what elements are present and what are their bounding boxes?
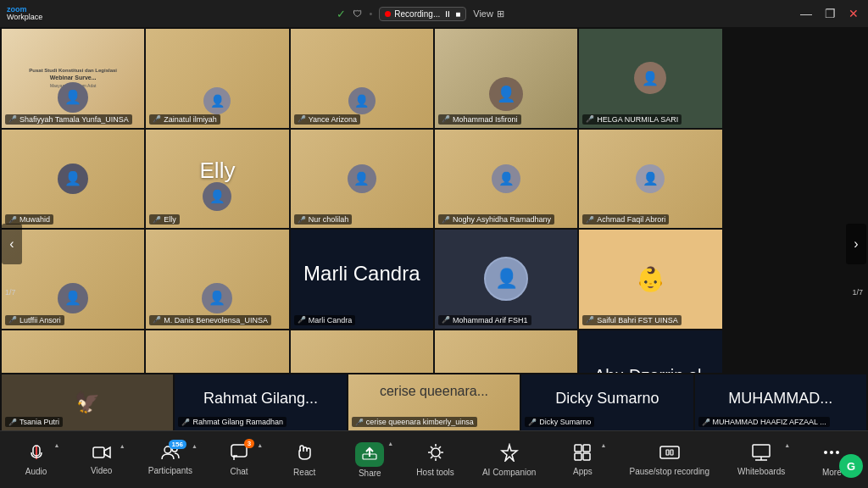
video-cell-noghy[interactable]: 👤 🎤 Noghy Asyhidha Ramadhany [435,130,577,229]
nav-aicompanion[interactable]: AI Companion [476,440,542,480]
nav-audio[interactable]: Audio [11,441,62,480]
view-button[interactable]: View ⊞ [473,8,504,19]
more-label: More [822,468,842,477]
hosttools-label: Host tools [416,468,453,477]
svg-marker-8 [502,445,517,461]
video-cell-tsania[interactable]: 🦅 🎤 Tsania Putri [2,374,173,430]
svg-rect-14 [666,450,669,455]
video-cell-arif[interactable]: 👤 🎤 Mohammad Arif FSH1 [435,230,577,329]
mic-icon: 🎤 [153,316,161,324]
svg-rect-16 [753,445,770,457]
svg-point-19 [824,451,827,454]
mic-icon: 🎤 [442,216,450,224]
hosttools-icon [427,443,444,466]
participant-name-label: Muwahid [19,215,50,224]
video-cell-nur[interactable]: 👤 🎤 Nur cholilah [291,130,433,229]
svg-point-20 [830,451,833,454]
pause-btn[interactable]: ⏸ [443,9,452,19]
nav-pause-recording[interactable]: Pause/stop recording [622,441,716,480]
participants-label: Participants [148,466,192,475]
video-cell-cerise[interactable]: cerise queenara... 🎤 cerise queenara kim… [348,374,520,430]
participant-name-label: Shafiyyah Tamala Yunfa_UINSA [19,115,129,124]
nav-participants[interactable]: 156 Participants [142,441,199,479]
shield-check: 🛡 [353,8,362,19]
video-cell-shafiyyah[interactable]: Pusat Studi Konstitusi dan Legislasi Web… [2,29,144,128]
mic-icon: 🎤 [298,316,306,324]
video-cell-rahmat[interactable]: Rahmat Gilang... 🎤 Rahmat Gilang Ramadha… [175,374,346,430]
mic-icon: 🎤 [586,316,594,324]
grammarly-icon[interactable]: G [839,454,863,478]
title-bar-left: zoom Workplace [7,6,42,21]
video-cell-yance[interactable]: 👤 🎤 Yance Arizona [291,29,433,128]
participant-name-label: M. Danis Benevolensa_UINSA [164,316,268,324]
nav-chat[interactable]: 3 Chat [214,441,264,480]
svg-rect-12 [583,453,590,460]
pause-recording-label: Pause/stop recording [629,467,709,476]
mic-icon: 🎤 [153,115,161,123]
video-cell-muhammad[interactable]: MUHAMMAD... 🎤 MUHAMMAD HAAFIZ AFZAAL ... [695,374,866,430]
react-label: React [293,468,315,477]
participant-name-label: Noghy Asyhidha Ramadhany [453,215,551,224]
video-cell-lutfii[interactable]: 👤 🎤 Lutffii Ansori [2,230,144,329]
video-cell-empty-2 [724,130,866,229]
prev-page-arrow[interactable]: ‹ [2,224,22,264]
title-bar-center: ✓ 🛡 • Recording... ⏸ ■ View ⊞ [337,7,504,21]
whiteboards-label: Whiteboards [737,467,785,476]
video-grid: Pusat Studi Konstitusi dan Legislasi Web… [0,27,868,430]
mic-icon: 🎤 [8,216,17,224]
participants-icon: 156 [161,445,180,464]
chat-label: Chat [231,467,248,476]
participant-name-label: Mohammad Arif FSH1 [453,316,528,324]
svg-rect-2 [93,447,104,458]
apps-icon [574,444,591,465]
video-cell-dicky[interactable]: Dicky Sumarno 🎤 Dicky Sumarno [521,374,693,430]
audio-label: Audio [25,467,47,476]
video-cell-zainatul[interactable]: 👤 🎤 Zainatul ilmiyah [146,29,288,128]
video-cell-achmad[interactable]: 👤 🎤 Achmad Faqil Abrori [579,130,721,229]
minimize-button[interactable]: — [798,7,814,20]
svg-rect-13 [660,446,679,458]
mic-icon: 🎤 [586,115,594,123]
participant-name-label: Mohammad Isfironi [453,115,518,124]
participant-name-label: Tsania Putri [19,418,59,426]
nav-whiteboards[interactable]: Whiteboards [731,441,792,480]
participant-name-label: Achmad Faqil Abrori [597,215,665,224]
nav-react[interactable]: React [279,440,330,480]
next-page-arrow[interactable]: › [846,224,866,264]
dot-separator: • [369,8,372,19]
participant-name-label: MUHAMMAD HAAFIZ AFZAAL ... [713,418,826,426]
mic-icon: 🎤 [702,419,710,426]
mic-icon: 🎤 [181,419,190,426]
nav-bar: Audio Video 156 Participants [0,430,868,488]
title-bar: zoom Workplace ✓ 🛡 • Recording... ⏸ ■ Vi… [0,0,868,27]
participant-name-label: cerise queenara kimberly_uinsa [366,418,474,426]
video-cell-elly[interactable]: 👤 Elly 🎤 Elly [146,130,288,229]
video-cell-helga[interactable]: 👤 🎤 HELGA NURMILA SARI [579,29,721,128]
maximize-button[interactable]: ❐ [822,7,837,20]
mic-icon: 🎤 [442,115,450,123]
rec-dot [385,11,391,17]
participant-name-label: Marli Candra [309,316,353,324]
video-cell-marli[interactable]: Marli Candra 🎤 Marli Candra [291,230,433,329]
bottom-strip: 🦅 🎤 Tsania Putri Rahmat Gilang... 🎤 Rahm… [0,373,868,430]
recording-badge[interactable]: Recording... ⏸ ■ [379,7,466,21]
recording-label: Recording... [394,9,440,19]
pause-recording-icon [659,444,680,465]
stop-btn[interactable]: ■ [455,9,460,19]
nav-video[interactable]: Video [76,441,127,479]
zoom-logo: zoom Workplace [7,6,42,21]
shield-icon: ✓ [337,8,346,20]
participant-name-label: Zainatul ilmiyah [164,115,217,124]
nav-hosttools[interactable]: Host tools [409,440,460,480]
close-button[interactable]: ✕ [846,7,861,20]
video-cell-danis[interactable]: 👤 🎤 M. Danis Benevolensa_UINSA [146,230,288,329]
video-icon [92,445,111,464]
video-cell-mohammad[interactable]: 👤 🎤 Mohammad Isfironi [435,29,577,128]
mic-icon: 🎤 [298,115,306,123]
video-cell-muwahid[interactable]: 👤 🎤 Muwahid [2,130,144,229]
nav-apps[interactable]: Apps [557,441,608,480]
video-cell-saiful[interactable]: 👶 🎤 Saiful Bahri FST UINSA [579,230,721,329]
video-cell-empty-1 [724,29,866,128]
nav-share[interactable]: Share [344,439,395,481]
svg-rect-15 [670,450,673,455]
